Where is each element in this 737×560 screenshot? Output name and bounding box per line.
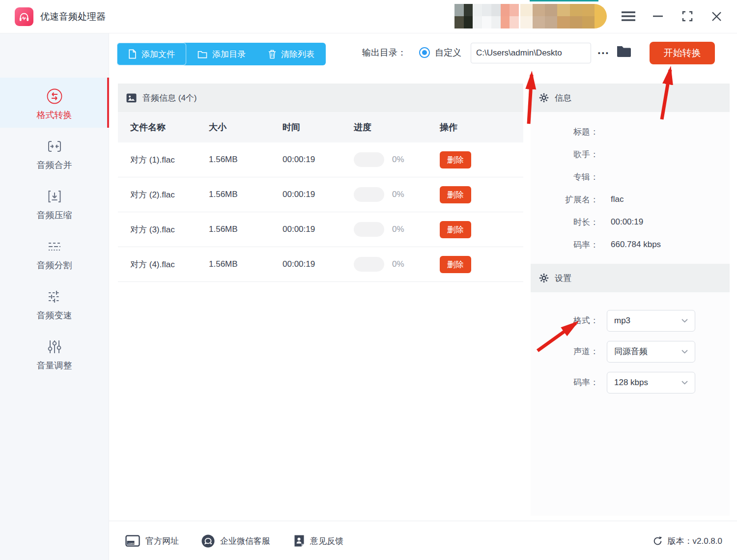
bitrate-value: 128 kbps (614, 378, 648, 388)
column-operation: 操作 (440, 121, 523, 133)
sidebar-item-audio-merge[interactable]: 音频合并 (0, 128, 109, 178)
column-filename: 文件名称 (118, 121, 209, 133)
file-size: 1.56MB (209, 155, 283, 165)
format-label: 格式： (531, 315, 598, 326)
add-file-button[interactable]: 添加文件 (117, 43, 186, 65)
sidebar-item-audio-split[interactable]: 音频分割 (0, 228, 109, 278)
info-label: 标题： (531, 126, 598, 138)
delete-button[interactable]: 删除 (440, 256, 471, 273)
column-time: 时间 (283, 121, 354, 133)
settings-title: 设置 (555, 273, 571, 284)
add-directory-label: 添加目录 (212, 49, 246, 60)
audio-info-title: 音频信息 (4个) (142, 92, 197, 104)
footer: .com 官方网址 企业微信客服 意见反馈 版本：v2.0.8.0 (109, 521, 737, 560)
minimize-button[interactable] (649, 7, 667, 25)
table-row[interactable]: 对方 (2).flac 1.56MB 00:00:19 0% 删除 (118, 177, 523, 212)
table-row[interactable]: 对方 (4).flac 1.56MB 00:00:19 0% 删除 (118, 247, 523, 282)
maximize-icon (681, 10, 693, 22)
official-website-link[interactable]: .com 官方网址 (125, 521, 179, 560)
open-folder-button[interactable] (616, 45, 632, 59)
audio-merge-icon (0, 138, 109, 155)
format-select[interactable]: mp3 (607, 310, 695, 332)
gear-icon (539, 93, 549, 103)
chevron-down-icon (681, 381, 688, 385)
sidebar-item-volume-adjust[interactable]: 音量调整 (0, 328, 109, 378)
folder-filled-icon (616, 45, 632, 58)
bitrate-label: 码率： (531, 377, 598, 388)
close-button[interactable] (707, 7, 726, 25)
progress-bar (354, 257, 384, 272)
website-icon: .com (125, 535, 140, 547)
settings-header: 设置 (531, 264, 730, 292)
censor-teal-line (530, 0, 598, 1)
sidebar-item-audio-speed[interactable]: 音频变速 (0, 278, 109, 328)
custom-radio-label: 自定义 (435, 47, 461, 58)
output-path-input[interactable] (471, 43, 591, 63)
clear-list-button[interactable]: 清除列表 (257, 43, 326, 65)
menu-button[interactable] (619, 7, 638, 25)
audio-compress-icon (0, 188, 109, 205)
info-body: 标题： 歌手： 专辑： 扩展名：flac 时长：00:00:19 码率：660.… (531, 112, 730, 264)
minimize-icon (652, 11, 663, 22)
sidebar-item-audio-compress[interactable]: 音频压缩 (0, 178, 109, 228)
censor-mosaic-right (520, 4, 607, 28)
add-file-label: 添加文件 (142, 49, 175, 60)
right-panel: 信息 标题： 歌手： 专辑： 扩展名：flac 时长：00:00:19 码率：6… (531, 84, 730, 516)
file-name: 对方 (1).flac (130, 153, 183, 167)
svg-text:.com: .com (128, 541, 134, 545)
wechat-support-link[interactable]: 企业微信客服 (201, 521, 270, 560)
audio-info-header: 音频信息 (4个) (118, 84, 523, 112)
sidebar-item-label: 格式转换 (0, 109, 109, 121)
sidebar-item-label: 音频变速 (0, 309, 109, 321)
file-size: 1.56MB (209, 259, 283, 269)
delete-button[interactable]: 删除 (440, 151, 471, 168)
sidebar-item-label: 音频分割 (0, 259, 109, 271)
channel-value: 同源音频 (614, 346, 648, 357)
file-name: 对方 (3).flac (130, 223, 183, 237)
chevron-down-icon (681, 350, 688, 354)
version-info: 版本：v2.0.8.0 (652, 521, 723, 560)
custom-radio[interactable] (419, 47, 430, 58)
start-convert-button[interactable]: 开始转换 (650, 42, 715, 64)
clear-list-label: 清除列表 (281, 49, 314, 60)
feedback-doc-icon (294, 534, 305, 547)
channel-select[interactable]: 同源音频 (607, 341, 695, 363)
channel-label: 声道： (531, 346, 598, 357)
settings-body: 格式： mp3 声道： 同源音频 码率： 128 kbps (531, 292, 730, 516)
file-name: 对方 (2).flac (130, 188, 183, 202)
add-directory-button[interactable]: 添加目录 (186, 43, 257, 65)
folder-outline-icon (198, 50, 207, 58)
bitrate-select[interactable]: 128 kbps (607, 372, 695, 393)
sidebar-item-label: 音频压缩 (0, 209, 109, 221)
sidebar-item-format-convert[interactable]: 格式转换 (0, 78, 109, 128)
audio-split-icon (0, 238, 109, 255)
gear-icon (539, 273, 549, 283)
delete-button[interactable]: 删除 (440, 221, 471, 238)
refresh-icon (652, 536, 663, 546)
info-value: flac (611, 195, 624, 204)
delete-button[interactable]: 删除 (440, 186, 471, 203)
browse-more-button[interactable]: ··· (595, 43, 612, 63)
maximize-button[interactable] (678, 7, 697, 25)
version-label: 版本：v2.0.8.0 (668, 535, 723, 547)
file-icon (128, 49, 137, 59)
output-dir-label: 输出目录： (362, 47, 406, 58)
progress-percent: 0% (392, 155, 404, 165)
column-size: 大小 (209, 121, 283, 133)
feedback-link[interactable]: 意见反馈 (294, 521, 343, 560)
info-title: 信息 (555, 92, 571, 104)
format-convert-icon (0, 87, 109, 105)
progress-percent: 0% (392, 259, 404, 269)
table-row[interactable]: 对方 (3).flac 1.56MB 00:00:19 0% 删除 (118, 212, 523, 247)
sidebar-item-label: 音频合并 (0, 159, 109, 171)
info-label: 时长： (531, 217, 598, 228)
file-actions-toolbar: 添加文件 添加目录 清除列表 (117, 43, 326, 65)
file-time: 00:00:19 (283, 224, 354, 234)
wechat-support-label: 企业微信客服 (220, 535, 270, 547)
info-label: 扩展名： (531, 194, 598, 205)
sidebar: 格式转换 音频合并 音频压缩 音频分割 (0, 33, 109, 560)
table-header: 文件名称 大小 时间 进度 操作 (118, 112, 523, 142)
close-icon (711, 11, 722, 22)
table-row[interactable]: 对方 (1).flac 1.56MB 00:00:19 0% 删除 (118, 142, 523, 177)
file-name: 对方 (4).flac (130, 257, 183, 272)
